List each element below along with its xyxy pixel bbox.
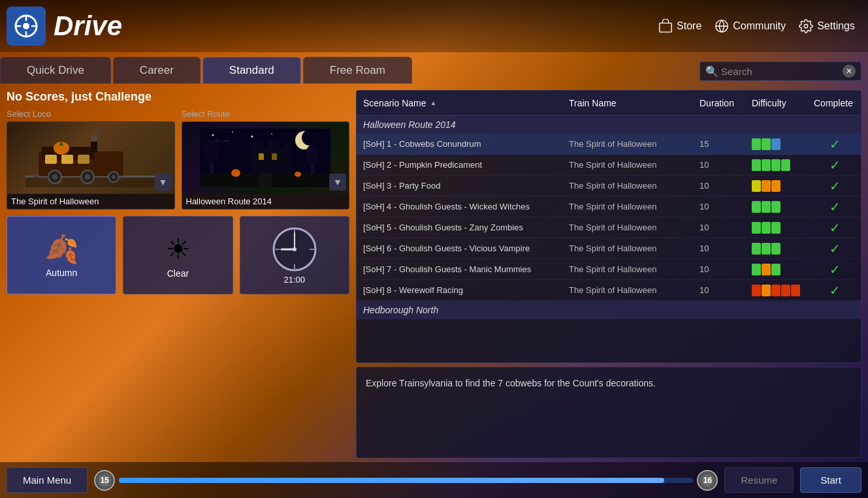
tab-quick-drive[interactable]: Quick Drive <box>0 57 111 84</box>
scenario-train: The Spirit of Halloween <box>564 160 694 170</box>
diff-block <box>762 243 771 255</box>
scenario-train: The Spirit of Halloween <box>564 181 694 191</box>
weather-autumn-card[interactable]: 🍂 Autumn <box>7 216 116 294</box>
svg-point-22 <box>85 174 90 179</box>
diff-block <box>762 222 771 234</box>
autumn-label: Autumn <box>46 268 77 278</box>
diff-block <box>771 159 780 171</box>
time-card[interactable]: 21:00 <box>240 216 349 294</box>
diff-block <box>781 159 790 171</box>
scenario-difficulty <box>747 180 809 192</box>
route-svg <box>200 129 330 187</box>
diff-block <box>752 180 761 192</box>
header: Drive Store Community Settings <box>0 0 868 52</box>
svg-rect-49 <box>259 173 272 187</box>
table-row[interactable]: [SoH] 4 - Ghoulish Guests - Wicked Witch… <box>357 196 861 217</box>
scenario-complete: ✓ <box>809 178 861 194</box>
diff-block <box>771 201 780 213</box>
scenario-difficulty <box>747 159 809 171</box>
scenario-complete: ✓ <box>809 136 861 152</box>
table-row[interactable]: [SoH] 8 - Werewolf Racing The Spirit of … <box>357 280 861 301</box>
check-icon: ✓ <box>829 157 841 173</box>
svg-point-20 <box>52 174 57 179</box>
table-row[interactable]: [SoH] 2 - Pumpkin Predicament The Spirit… <box>357 155 861 176</box>
tab-career[interactable]: Career <box>113 57 201 84</box>
svg-point-27 <box>95 132 100 137</box>
autumn-icon: 🍂 <box>44 233 78 265</box>
search-input[interactable] <box>721 66 839 77</box>
svg-rect-15 <box>61 140 62 144</box>
scenario-difficulty <box>747 138 809 150</box>
diff-block <box>791 285 800 296</box>
scenario-train: The Spirit of Halloween <box>564 202 694 211</box>
weather-time-row: 🍂 Autumn ☀ Clear <box>7 216 349 294</box>
svg-point-47 <box>231 169 240 177</box>
scenario-name: [SoH] 6 - Ghoulish Guests - Vicious Vamp… <box>357 243 564 253</box>
route-image <box>182 122 349 194</box>
search-clear-button[interactable]: ✕ <box>843 65 856 78</box>
table-row[interactable]: [SoH] 1 - Cobwebs Conundrum The Spirit o… <box>357 134 861 155</box>
check-icon: ✓ <box>829 178 841 194</box>
diff-block <box>771 222 780 234</box>
route-card[interactable]: Halloween Route 2014 ▼ <box>182 121 350 210</box>
scenario-difficulty <box>747 264 809 275</box>
scenario-complete: ✓ <box>809 157 861 173</box>
svg-rect-6 <box>660 23 671 32</box>
scenario-complete: ✓ <box>809 283 861 298</box>
main-menu-button[interactable]: Main Menu <box>7 467 88 493</box>
table-header: Scenario Name ▲ Train Name Duration Diff… <box>357 91 861 116</box>
scenario-table: Scenario Name ▲ Train Name Duration Diff… <box>356 90 861 363</box>
scenario-name: [SoH] 5 - Ghoulish Guests - Zany Zombies <box>357 223 564 232</box>
check-icon: ✓ <box>829 136 841 152</box>
loco-card[interactable]: The Spirit of Halloween ▼ <box>7 121 175 210</box>
progress-track[interactable] <box>119 478 693 483</box>
community-label: Community <box>733 20 786 32</box>
check-icon: ✓ <box>829 220 841 236</box>
start-button[interactable]: Start <box>800 467 861 493</box>
scenario-complete: ✓ <box>809 199 861 215</box>
diff-block <box>762 201 771 213</box>
svg-point-48 <box>295 172 301 177</box>
progress-container: 15 16 <box>94 470 718 491</box>
diff-block <box>762 180 771 192</box>
clock-time: 21:00 <box>284 275 306 285</box>
svg-rect-25 <box>91 142 97 152</box>
app-title: Drive <box>54 10 122 42</box>
weather-clear-card[interactable]: ☀ Clear <box>123 216 233 294</box>
scenario-duration: 10 <box>694 264 747 274</box>
progress-thumb-left[interactable]: 15 <box>94 470 115 491</box>
th-scenario[interactable]: Scenario Name ▲ <box>357 98 564 108</box>
settings-button[interactable]: Settings <box>799 19 855 33</box>
table-row[interactable]: [SoH] 7 - Ghoulish Guests - Manic Mummie… <box>357 259 861 280</box>
diff-block <box>771 285 780 296</box>
community-button[interactable]: Community <box>715 19 786 33</box>
store-button[interactable]: Store <box>658 19 701 33</box>
panel-title: No Scores, just Challenge <box>7 90 349 104</box>
table-row[interactable]: [SoH] 3 - Party Food The Spirit of Hallo… <box>357 176 861 196</box>
loco-svg <box>25 129 156 187</box>
route-name: Halloween Route 2014 <box>182 194 349 209</box>
right-panel: Scenario Name ▲ Train Name Duration Diff… <box>356 90 861 458</box>
scenario-duration: 10 <box>694 223 747 232</box>
svg-rect-16 <box>45 155 57 164</box>
diff-block <box>762 285 771 296</box>
scenario-name: [SoH] 3 - Party Food <box>357 181 564 191</box>
svg-point-24 <box>112 175 116 179</box>
loco-filter-button[interactable]: ▼ <box>155 174 172 191</box>
table-row[interactable]: [SoH] 5 - Ghoulish Guests - Zany Zombies… <box>357 217 861 238</box>
tab-standard[interactable]: Standard <box>202 57 301 84</box>
settings-label: Settings <box>817 20 855 32</box>
route-filter-button[interactable]: ▼ <box>329 174 346 191</box>
svg-rect-42 <box>252 142 262 151</box>
progress-thumb-right[interactable]: 16 <box>697 470 718 491</box>
scenario-name: [SoH] 7 - Ghoulish Guests - Manic Mummie… <box>357 264 564 274</box>
th-train: Train Name <box>564 98 694 108</box>
svg-point-32 <box>212 134 214 136</box>
diff-block <box>762 264 771 275</box>
svg-rect-43 <box>268 140 278 150</box>
scenario-name: [SoH] 2 - Pumpkin Predicament <box>357 160 564 170</box>
tab-free-roam[interactable]: Free Roam <box>303 57 412 84</box>
progress-fill <box>119 478 664 483</box>
resume-button[interactable]: Resume <box>724 467 794 493</box>
table-row[interactable]: [SoH] 6 - Ghoulish Guests - Vicious Vamp… <box>357 238 861 259</box>
